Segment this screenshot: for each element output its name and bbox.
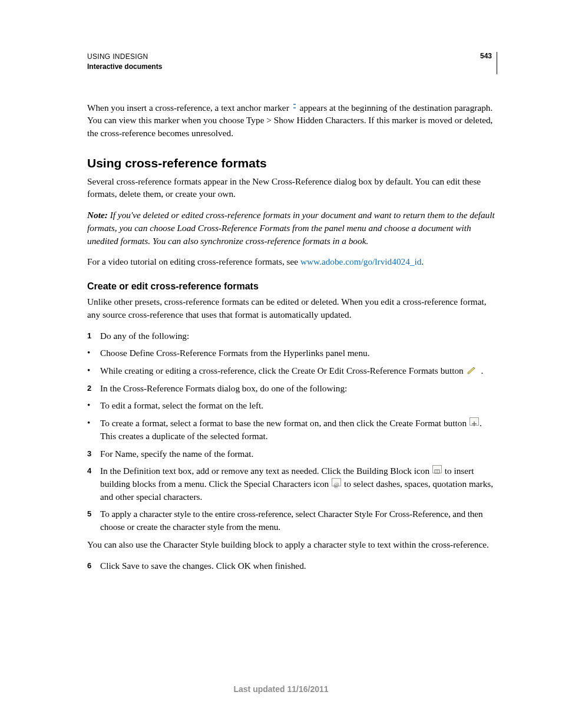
bullet-marker: • (87, 364, 100, 377)
section-heading: Using cross-reference formats (87, 156, 497, 170)
pencil-icon (467, 365, 478, 374)
anchor-marker-icon (293, 104, 296, 110)
bullet-marker: • (87, 399, 100, 412)
bullet-item: • Choose Define Cross-Reference Formats … (87, 347, 497, 360)
step-5-text: To apply a character style to the entire… (100, 508, 497, 533)
bullet-1-text: Choose Define Cross-Reference Formats fr… (100, 347, 497, 360)
create-format-icon (470, 417, 479, 426)
step-6: 6 Click Save to save the changes. Click … (87, 559, 497, 572)
bullet-3-text: To edit a format, select the format on t… (100, 399, 497, 412)
step-6-text: Click Save to save the changes. Click OK… (100, 559, 497, 572)
step-marker: 3 (87, 447, 100, 460)
bullet-item: • To edit a format, select the format on… (87, 399, 497, 412)
step-1: 1 Do any of the following: (87, 330, 497, 342)
step-5: 5 To apply a character style to the enti… (87, 508, 497, 533)
step-1-text: Do any of the following: (100, 330, 497, 342)
bullet-2a: While creating or editing a cross-refere… (100, 365, 466, 375)
step-marker: 4 (87, 465, 100, 503)
page-header: USING INDESIGN Interactive documents 543 (87, 52, 497, 74)
intro-text-a: When you insert a cross-reference, a tex… (87, 103, 292, 113)
step-4a: In the Definition text box, add or remov… (100, 466, 432, 476)
step-4: 4 In the Definition text box, add or rem… (87, 465, 497, 503)
bullet-marker: • (87, 347, 100, 360)
step-marker: 6 (87, 559, 100, 572)
subsection-heading: Create or edit cross-reference formats (87, 281, 497, 292)
bullet-4-text: To create a format, select a format to b… (100, 417, 497, 442)
bullet-2b: . (481, 365, 483, 375)
header-left: USING INDESIGN Interactive documents (87, 52, 162, 72)
doc-title: USING INDESIGN (87, 52, 162, 62)
note-paragraph: Note: If you've deleted or edited cross-… (87, 209, 497, 247)
video-text-a: For a video tutorial on editing cross-re… (87, 256, 300, 266)
bullet-4a: To create a format, select a format to b… (100, 418, 469, 428)
step-2-text: In the Cross-Reference Formats dialog bo… (100, 382, 497, 395)
bullet-marker: • (87, 417, 100, 442)
bullet-2-text: While creating or editing a cross-refere… (100, 364, 497, 377)
step-2: 2 In the Cross-Reference Formats dialog … (87, 382, 497, 395)
step-marker: 5 (87, 508, 100, 533)
step-3: 3 For Name, specify the name of the form… (87, 447, 497, 460)
note-label: Note: (87, 210, 108, 220)
svg-text:@: @ (334, 482, 339, 488)
note-body: If you've deleted or edited cross-refere… (87, 210, 495, 245)
step-marker: 2 (87, 382, 100, 395)
bullet-item: • To create a format, select a format to… (87, 417, 497, 442)
video-tutorial-line: For a video tutorial on editing cross-re… (87, 255, 497, 268)
step-3-text: For Name, specify the name of the format… (100, 447, 497, 460)
building-block-icon (432, 465, 442, 473)
tutorial-link[interactable]: www.adobe.com/go/lrvid4024_id (300, 256, 422, 266)
subsection-p1: Unlike other presets, cross-reference fo… (87, 295, 497, 321)
special-characters-icon: @ (332, 478, 341, 486)
step-4-text: In the Definition text box, add or remov… (100, 465, 497, 503)
intro-paragraph: When you insert a cross-reference, a tex… (87, 101, 497, 140)
page-number: 543 (480, 52, 492, 60)
bullet-item: • While creating or editing a cross-refe… (87, 364, 497, 377)
after-step5-paragraph: You can also use the Character Style bui… (87, 538, 497, 551)
step-list: 1 Do any of the following: • Choose Defi… (87, 330, 497, 533)
chapter-title: Interactive documents (87, 62, 162, 72)
video-text-b: . (421, 256, 424, 266)
section-p1: Several cross-reference formats appear i… (87, 175, 497, 200)
footer-last-updated: Last updated 11/16/2011 (0, 684, 562, 694)
step-list-cont: 6 Click Save to save the changes. Click … (87, 559, 497, 572)
step-marker: 1 (87, 330, 100, 342)
